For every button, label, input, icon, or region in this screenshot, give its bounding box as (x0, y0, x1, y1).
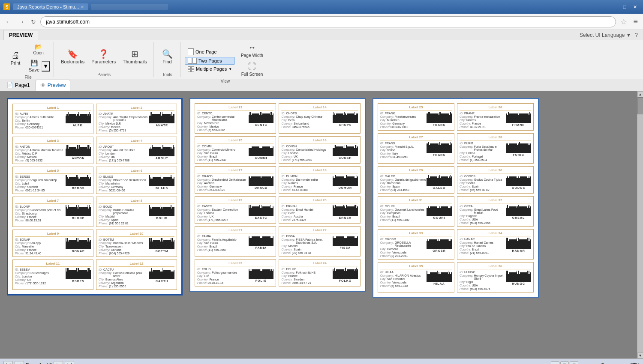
bookmarks-button[interactable]: 🔖 Bookmarks (58, 48, 87, 66)
label-field-key: Country: (197, 245, 208, 248)
barcode: FRANR (506, 112, 531, 126)
bookmark-icon[interactable]: ☆ (619, 16, 629, 27)
label-info-row: ID:BOTTM (99, 238, 143, 241)
thumbnails-button[interactable]: ⊞ Thumbnails (120, 48, 150, 66)
single-view-button[interactable]: □ (551, 361, 559, 364)
dual-view-button[interactable]: ⊟ (560, 361, 569, 364)
back-button[interactable]: ← (3, 17, 14, 27)
label-field-key: Country: (380, 122, 391, 125)
address-input[interactable] (40, 16, 616, 27)
tools-group-items: 🔍 Find (158, 42, 177, 72)
label-info-row: City:Bern (281, 119, 322, 122)
zoom-out-button[interactable]: — (582, 362, 587, 364)
label-field-key: Company: (281, 208, 295, 211)
print-button[interactable]: 🖨 Print (6, 50, 25, 67)
label-row: Label 5ID:BERGSCompany:Berglunds snabbkö… (12, 167, 177, 194)
label-info-row: ID:CONSH (281, 145, 326, 148)
label-card-body: ID:FRANKCompany:FrankenversandCity:Münch… (380, 112, 452, 128)
label-field-value: Around the Horn (113, 149, 135, 152)
pages-area[interactable]: Label 1ID:ALFKICompany:Alfreds Futterkis… (0, 91, 637, 358)
label-field-value: BOLID (103, 205, 112, 208)
label-row: Label 15ID:COMMICompany:Comércio Mineiro… (195, 136, 361, 164)
label-field-key: City: (281, 245, 287, 248)
help-icon[interactable]: ? (635, 32, 638, 38)
label-field-value: Brazil (392, 215, 400, 218)
next-page-button[interactable]: ▶ (54, 361, 63, 364)
save-button[interactable]: 💾 Save (27, 58, 42, 74)
label-info-row: ID:BSBEV (15, 268, 49, 271)
preview-tab[interactable]: 👁 Preview (36, 80, 71, 91)
label-card-info: ID:FRANRCompany:France restaurationCity:… (460, 112, 500, 128)
label-field-value: London (105, 152, 115, 155)
label-info-row: City:Caracas (380, 248, 427, 251)
one-page-option[interactable]: One Page (185, 48, 235, 56)
scroll-up-arrow[interactable]: ▲ (637, 91, 643, 97)
open-button[interactable]: 📂 Open (27, 42, 50, 57)
label-card-info: ID:FISSACompany:FISSA Fabrica Inter. Sal… (281, 235, 333, 254)
minimize-button[interactable]: ─ (610, 3, 619, 11)
window-controls: ─ □ ✕ (610, 3, 640, 11)
parameters-button[interactable]: ❓ Parameters (89, 48, 118, 66)
label-info-row: Phone:91.24.45.40 (15, 252, 41, 255)
page1-tab[interactable]: 📄 Page1 (2, 80, 35, 91)
label-card-info: ID:DRACDCompany:Drachenblut Delikatessen… (197, 175, 246, 191)
label-field-key: ID: (460, 271, 463, 274)
forward-button[interactable]: → (16, 17, 27, 27)
label-info-row: City:Graz (281, 212, 313, 215)
label-info-row: Country:Brazil (460, 248, 493, 251)
label-field-key: Country: (460, 218, 471, 221)
last-page-button[interactable]: ▶| (65, 361, 74, 364)
label-info-row: Phone:(91) 555 22 82 (99, 222, 149, 225)
menu-icon[interactable]: ≡ (631, 16, 640, 27)
label-field-value: (503) 555-7555 (470, 221, 490, 224)
save-dropdown-arrow[interactable]: ▼ (42, 61, 50, 72)
scroll-thumb[interactable] (637, 97, 643, 114)
multiple-pages-option[interactable]: Multiple Pages ▼ (185, 66, 235, 73)
scroll-down-arrow[interactable]: ▼ (637, 352, 643, 358)
refresh-button[interactable]: ↻ (29, 18, 38, 26)
label-field-key: Phone: (281, 125, 291, 128)
label-field-key: ID: (197, 145, 201, 148)
label-info-row: Phone:(171) 555-7788 (99, 159, 135, 162)
two-pages-option[interactable]: Two Pages (185, 57, 235, 65)
label-info-row: ID:FRANK (380, 112, 417, 115)
grid-view-button[interactable]: ⊞ (570, 361, 578, 364)
zoom-in-button[interactable]: + (625, 362, 628, 364)
close-tab-icon[interactable]: ✕ (81, 5, 84, 9)
label-field-value: (5) 555-3392 (207, 128, 225, 131)
page-width-button[interactable]: ↔ Page Width (238, 42, 266, 59)
barcode: COMMI (249, 145, 274, 159)
label-info-row: ID:ERNSH (281, 205, 313, 208)
preview-tab[interactable]: PREVIEW (3, 30, 38, 40)
maximize-button[interactable]: □ (620, 3, 629, 11)
first-page-button[interactable]: |◀ (3, 361, 13, 364)
language-selector[interactable]: Select UI Language ▼ ? (580, 32, 638, 38)
close-button[interactable]: ✕ (630, 3, 640, 11)
label-info-row: ID:ANTON (15, 145, 63, 148)
label-field-value: 40.67.88.88 (292, 188, 308, 191)
label-field-key: ID: (281, 175, 285, 178)
full-screen-button[interactable]: ⛶ Full Screen (239, 61, 266, 78)
label-card-body: ID:ANTONCompany:Antonio Moreno TaqueríaC… (15, 145, 91, 162)
label-info-row: Country:Sweden (15, 185, 57, 188)
label-card: Label 11ID:BSBEVCompany:B's BeveragesCit… (12, 260, 93, 290)
label-field-value: London (204, 212, 214, 215)
label-card-title: Label 7 (15, 199, 91, 204)
find-button[interactable]: 🔍 Find (158, 48, 177, 66)
label-info-row: Country:Mexico (197, 125, 249, 128)
label-info-row: City:México D.F. (15, 152, 63, 155)
label-card-title: Label 3 (15, 139, 91, 144)
prev-page-button[interactable]: ◀ (15, 361, 24, 364)
label-field-key: Country: (281, 122, 292, 125)
label-card-body: ID:BERGSCompany:Berglunds snabbköpCity:L… (15, 175, 91, 192)
label-card-info: ID:BLAUSCompany:Blauer See DelikatessenC… (99, 175, 146, 192)
label-card: Label 13ID:CENTCCompany:Centro comercial… (195, 103, 276, 134)
label-field-key: Company: (99, 149, 112, 152)
right-scrollbar[interactable]: ▲ ▼ (637, 91, 643, 358)
label-card-title: Label 24 (281, 261, 358, 266)
label-field-value: (503) 555-6874 (470, 287, 490, 290)
full-screen-icon: ⛶ (248, 62, 256, 71)
scroll-track[interactable] (637, 97, 643, 352)
barcode: FRANS (427, 142, 452, 156)
label-field-key: Phone: (380, 188, 390, 191)
